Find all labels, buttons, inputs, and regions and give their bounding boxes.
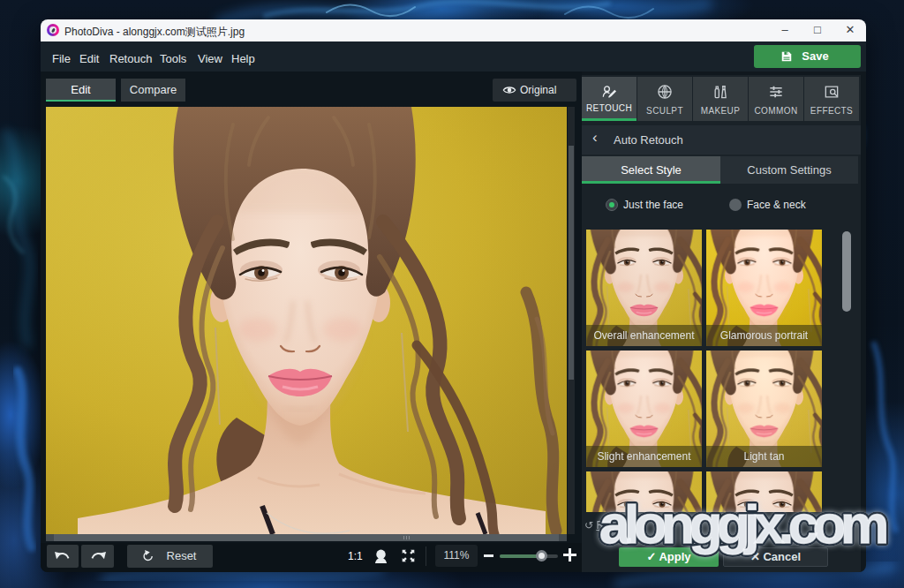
svg-text:alonggjx.com: alonggjx.com (599, 494, 886, 554)
